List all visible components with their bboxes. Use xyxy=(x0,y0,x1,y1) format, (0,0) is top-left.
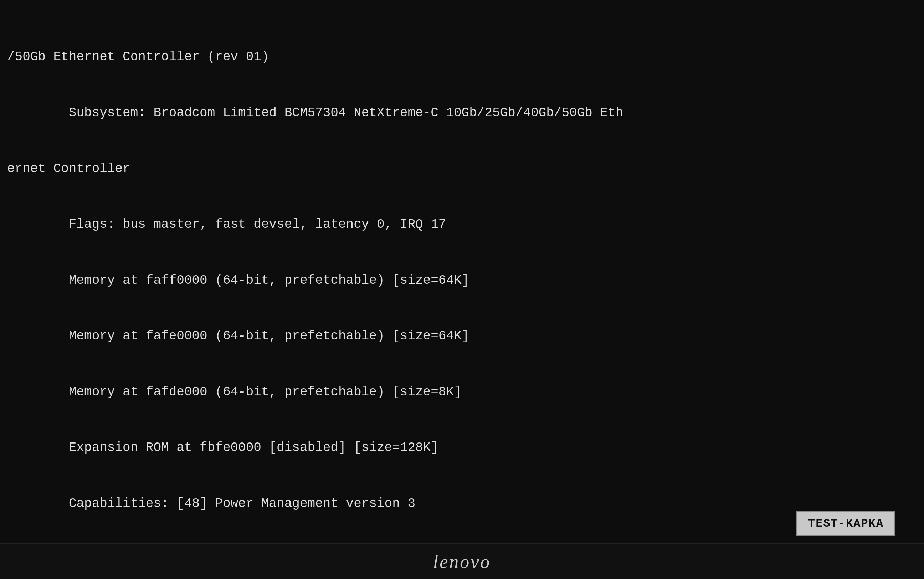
badge-text: TEST-KAPKA xyxy=(808,517,884,530)
terminal-line: Flags: bus master, fast devsel, latency … xyxy=(7,215,910,234)
terminal-line: Memory at fafde000 (64-bit, prefetchable… xyxy=(7,383,910,401)
terminal-line: Memory at faff0000 (64-bit, prefetchable… xyxy=(7,272,910,290)
test-kapka-badge: TEST-KAPKA xyxy=(797,511,895,536)
terminal-line: Capabilities: [48] Power Management vers… xyxy=(7,494,910,513)
terminal-line: Memory at fafe0000 (64-bit, prefetchable… xyxy=(7,327,910,345)
terminal-line: Subsystem: Broadcom Limited BCM57304 Net… xyxy=(7,104,910,122)
lenovo-logo: lenovo xyxy=(433,551,491,572)
screen: /50Gb Ethernet Controller (rev 01) Subsy… xyxy=(0,0,924,579)
terminal-line: Expansion ROM at fbfe0000 [disabled] [si… xyxy=(7,438,910,457)
terminal-line: ernet Controller xyxy=(7,160,910,178)
terminal-output: /50Gb Ethernet Controller (rev 01) Subsy… xyxy=(0,0,924,543)
bottom-bar: lenovo xyxy=(0,543,924,579)
terminal-line: /50Gb Ethernet Controller (rev 01) xyxy=(7,48,910,66)
